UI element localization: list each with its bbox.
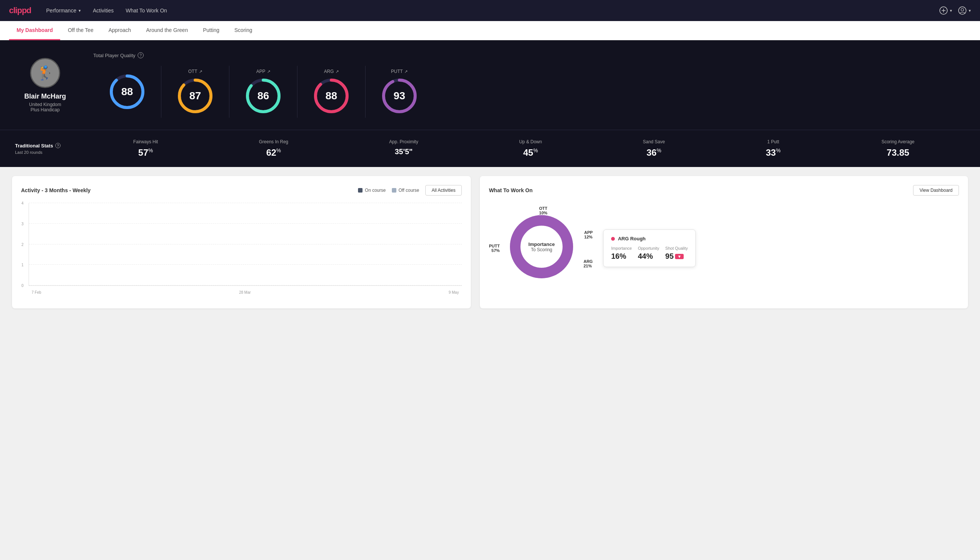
score-putt: PUTT ↗ 93 [366, 66, 433, 118]
bar-chart: 4 3 2 1 0 7 Feb 28 Mar 9 May [21, 203, 462, 295]
donut-svg-wrapper: Importance To Scoring [504, 209, 579, 284]
user-menu-button[interactable]: ▾ [958, 7, 971, 15]
hero-section: 🏌️ Blair McHarg United Kingdom Plus Hand… [0, 40, 980, 130]
stat-sand-save: Sand Save 36% [643, 139, 665, 158]
stat-one-putt-name: 1 Putt [765, 139, 780, 144]
stat-sand-save-value: 36% [643, 147, 665, 158]
tooltip-header: ARG Rough [611, 236, 688, 242]
tooltip-shot-quality-value: 95 ▼ [665, 252, 688, 261]
stat-items: Fairways Hit 57% Greens In Reg 62% App. … [83, 139, 965, 158]
app-label: APP 12% [584, 230, 593, 239]
stat-app-proximity: App. Proximity 35'5" [389, 139, 418, 158]
ring-app: 86 [245, 77, 282, 115]
stat-scoring-avg-name: Scoring Average [882, 139, 915, 144]
stat-scoring-avg: Scoring Average 73.85 [882, 139, 915, 158]
score-putt-value: 93 [393, 90, 405, 102]
score-app-value: 86 [257, 90, 269, 102]
app-arrow-icon: ↗ [267, 69, 270, 74]
wtwo-card-header: What To Work On View Dashboard [489, 185, 959, 195]
stat-up-and-down-value: 45% [519, 147, 542, 158]
player-country: United Kingdom [29, 102, 61, 107]
shot-quality-badge: ▼ [675, 254, 684, 259]
putt-arrow-icon: ↗ [404, 69, 408, 74]
activity-card: Activity - 3 Months - Weekly On course O… [12, 176, 471, 308]
ring-total: 88 [108, 73, 146, 110]
x-label-mar: 28 Mar [239, 290, 251, 295]
user-chevron-icon: ▾ [969, 8, 971, 13]
add-chevron-icon: ▾ [950, 8, 952, 13]
svg-point-4 [961, 8, 964, 11]
stat-sand-save-name: Sand Save [643, 139, 665, 144]
x-labels: 7 Feb 28 Mar 9 May [28, 289, 462, 295]
score-putt-label: PUTT ↗ [391, 69, 408, 74]
tab-putting[interactable]: Putting [196, 21, 227, 40]
all-activities-button[interactable]: All Activities [425, 185, 462, 195]
score-ott-value: 87 [189, 90, 201, 102]
tabs-bar: My Dashboard Off the Tee Approach Around… [0, 21, 980, 40]
stat-app-proximity-name: App. Proximity [389, 139, 418, 144]
score-total: 88 [93, 66, 161, 118]
stats-title: Traditional Stats ? [15, 143, 83, 148]
tooltip-opportunity-value: 44% [638, 252, 659, 261]
stat-fairways-hit-name: Fairways Hit [133, 139, 158, 144]
score-ott: OTT ↗ 87 [161, 66, 230, 118]
tpq-info-icon[interactable]: ? [138, 52, 144, 58]
wtwo-body: PUTT 57% OTT 10% APP 12% ARG 21% [489, 203, 959, 293]
main-content: Activity - 3 Months - Weekly On course O… [0, 167, 980, 317]
stat-fairways-hit-value: 57% [133, 147, 158, 158]
stat-one-putt-value: 33% [765, 147, 780, 158]
tooltip-dot [611, 237, 615, 241]
activity-legend: On course Off course [358, 188, 419, 193]
stat-up-and-down: Up & Down 45% [519, 139, 542, 158]
stat-app-proximity-value: 35'5" [389, 147, 418, 156]
wtwo-card: What To Work On View Dashboard PUTT 57% … [480, 176, 968, 308]
stats-label-section: Traditional Stats ? Last 20 rounds [15, 143, 83, 155]
stats-bar: Traditional Stats ? Last 20 rounds Fairw… [0, 130, 980, 167]
stat-fairways-hit: Fairways Hit 57% [133, 139, 158, 158]
stats-sub-label: Last 20 rounds [15, 150, 83, 155]
nav-what-to-work-on[interactable]: What To Work On [126, 8, 167, 13]
activity-card-title: Activity - 3 Months - Weekly [21, 187, 91, 194]
tooltip-card: ARG Rough Importance 16% Opportunity 44%… [603, 229, 696, 267]
player-name: Blair McHarg [24, 93, 66, 100]
stat-greens-in-reg-name: Greens In Reg [259, 139, 288, 144]
add-button[interactable]: ▾ [939, 7, 952, 15]
stat-up-and-down-name: Up & Down [519, 139, 542, 144]
tooltip-stat-shot-quality: Shot Quality 95 ▼ [665, 246, 688, 261]
tab-scoring[interactable]: Scoring [227, 21, 260, 40]
on-course-dot [358, 188, 363, 193]
tab-approach[interactable]: Approach [101, 21, 138, 40]
nav-activities[interactable]: Activities [93, 8, 113, 13]
ring-arg: 88 [313, 77, 350, 115]
stat-greens-in-reg: Greens In Reg 62% [259, 139, 288, 158]
score-app: APP ↗ 86 [230, 66, 298, 118]
bars-container [32, 203, 459, 285]
tooltip-stat-opportunity: Opportunity 44% [638, 246, 659, 261]
tooltip-stats: Importance 16% Opportunity 44% Shot Qual… [611, 246, 688, 261]
stat-greens-in-reg-value: 62% [259, 147, 288, 158]
activity-card-header: Activity - 3 Months - Weekly On course O… [21, 185, 462, 195]
score-arg: ARG ↗ 88 [298, 66, 366, 118]
player-handicap: Plus Handicap [30, 107, 60, 112]
score-ott-label: OTT ↗ [188, 69, 202, 74]
stats-info-icon[interactable]: ? [55, 143, 60, 148]
view-dashboard-button[interactable]: View Dashboard [913, 185, 959, 195]
score-arg-label: ARG ↗ [324, 69, 338, 74]
tooltip-title: ARG Rough [618, 236, 646, 242]
tpq-label: Total Player Quality ? [93, 52, 965, 58]
donut-chart-container: PUTT 57% OTT 10% APP 12% ARG 21% [489, 203, 594, 293]
ring-ott: 87 [176, 77, 214, 115]
nav-performance[interactable]: Performance ▾ [46, 8, 81, 13]
tab-my-dashboard[interactable]: My Dashboard [9, 21, 60, 40]
logo[interactable]: clippd [9, 6, 31, 15]
arg-label: ARG 21% [584, 259, 593, 268]
tab-around-the-green[interactable]: Around the Green [138, 21, 195, 40]
tooltip-stat-importance: Importance 16% [611, 246, 632, 261]
avatar: 🏌️ [30, 58, 60, 88]
nav-right: ▾ ▾ [939, 7, 971, 15]
putt-label: PUTT 57% [489, 244, 500, 253]
ring-putt: 93 [381, 77, 418, 115]
x-label-feb: 7 Feb [32, 290, 42, 295]
tab-off-the-tee[interactable]: Off the Tee [60, 21, 101, 40]
top-nav: clippd Performance ▾ Activities What To … [0, 0, 980, 21]
